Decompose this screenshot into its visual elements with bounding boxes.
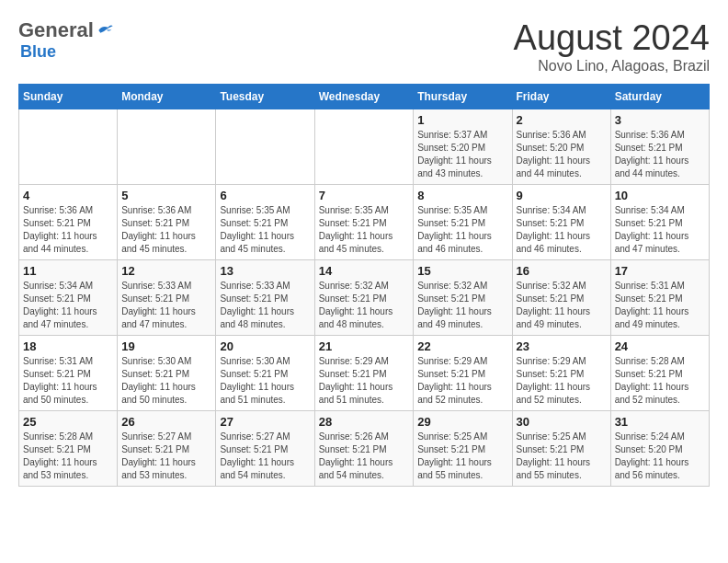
- calendar-cell: 27Sunrise: 5:27 AM Sunset: 5:21 PM Dayli…: [216, 411, 314, 487]
- title-block: August 2024 Novo Lino, Alagoas, Brazil: [514, 18, 710, 75]
- week-row-2: 4Sunrise: 5:36 AM Sunset: 5:21 PM Daylig…: [19, 185, 710, 260]
- calendar-cell: 20Sunrise: 5:30 AM Sunset: 5:21 PM Dayli…: [216, 336, 314, 411]
- day-info: Sunrise: 5:33 AM Sunset: 5:21 PM Dayligh…: [220, 280, 310, 331]
- calendar-cell: 7Sunrise: 5:35 AM Sunset: 5:21 PM Daylig…: [314, 185, 414, 260]
- day-number: 31: [615, 415, 705, 429]
- week-row-3: 11Sunrise: 5:34 AM Sunset: 5:21 PM Dayli…: [19, 260, 710, 336]
- calendar-cell: 18Sunrise: 5:31 AM Sunset: 5:21 PM Dayli…: [19, 336, 118, 411]
- day-info: Sunrise: 5:31 AM Sunset: 5:21 PM Dayligh…: [615, 280, 705, 331]
- day-info: Sunrise: 5:32 AM Sunset: 5:21 PM Dayligh…: [319, 280, 410, 331]
- calendar-cell: 26Sunrise: 5:27 AM Sunset: 5:21 PM Dayli…: [118, 411, 216, 487]
- calendar-cell: [314, 109, 414, 185]
- day-number: 14: [319, 264, 410, 278]
- day-info: Sunrise: 5:29 AM Sunset: 5:21 PM Dayligh…: [319, 355, 410, 407]
- calendar-cell: 21Sunrise: 5:29 AM Sunset: 5:21 PM Dayli…: [314, 336, 414, 411]
- logo-blue-text: Blue: [20, 42, 56, 62]
- day-info: Sunrise: 5:36 AM Sunset: 5:21 PM Dayligh…: [615, 129, 705, 180]
- day-number: 18: [23, 339, 113, 353]
- day-number: 1: [417, 113, 507, 127]
- day-info: Sunrise: 5:37 AM Sunset: 5:20 PM Dayligh…: [417, 129, 507, 180]
- week-row-1: 1Sunrise: 5:37 AM Sunset: 5:20 PM Daylig…: [19, 109, 710, 185]
- calendar-cell: 2Sunrise: 5:36 AM Sunset: 5:20 PM Daylig…: [512, 109, 610, 185]
- calendar-cell: 6Sunrise: 5:35 AM Sunset: 5:21 PM Daylig…: [216, 185, 314, 260]
- day-info: Sunrise: 5:25 AM Sunset: 5:21 PM Dayligh…: [517, 431, 607, 482]
- day-number: 28: [319, 415, 410, 429]
- day-info: Sunrise: 5:27 AM Sunset: 5:21 PM Dayligh…: [220, 431, 310, 482]
- calendar-cell: 9Sunrise: 5:34 AM Sunset: 5:21 PM Daylig…: [512, 185, 610, 260]
- page-header: General Blue August 2024 Novo Lino, Alag…: [18, 18, 710, 75]
- calendar-cell: 8Sunrise: 5:35 AM Sunset: 5:21 PM Daylig…: [414, 185, 512, 260]
- day-info: Sunrise: 5:34 AM Sunset: 5:21 PM Dayligh…: [615, 204, 705, 256]
- calendar-cell: 12Sunrise: 5:33 AM Sunset: 5:21 PM Dayli…: [118, 260, 216, 336]
- day-header-friday: Friday: [512, 85, 610, 109]
- day-header-thursday: Thursday: [414, 85, 512, 109]
- calendar-cell: 15Sunrise: 5:32 AM Sunset: 5:21 PM Dayli…: [414, 260, 512, 336]
- day-info: Sunrise: 5:26 AM Sunset: 5:21 PM Dayligh…: [319, 431, 410, 482]
- logo-general-text: General: [18, 18, 94, 42]
- calendar-cell: 30Sunrise: 5:25 AM Sunset: 5:21 PM Dayli…: [512, 411, 610, 487]
- calendar-cell: 29Sunrise: 5:25 AM Sunset: 5:21 PM Dayli…: [414, 411, 512, 487]
- calendar-cell: 1Sunrise: 5:37 AM Sunset: 5:20 PM Daylig…: [414, 109, 512, 185]
- day-number: 17: [615, 264, 705, 278]
- day-info: Sunrise: 5:36 AM Sunset: 5:21 PM Dayligh…: [23, 204, 113, 256]
- day-info: Sunrise: 5:35 AM Sunset: 5:21 PM Dayligh…: [417, 204, 507, 256]
- day-info: Sunrise: 5:27 AM Sunset: 5:21 PM Dayligh…: [121, 431, 211, 482]
- day-info: Sunrise: 5:34 AM Sunset: 5:21 PM Dayligh…: [517, 204, 607, 256]
- day-info: Sunrise: 5:36 AM Sunset: 5:21 PM Dayligh…: [121, 204, 211, 256]
- calendar-cell: 16Sunrise: 5:32 AM Sunset: 5:21 PM Dayli…: [512, 260, 610, 336]
- day-number: 25: [23, 415, 113, 429]
- day-info: Sunrise: 5:28 AM Sunset: 5:21 PM Dayligh…: [23, 431, 113, 482]
- calendar-cell: 4Sunrise: 5:36 AM Sunset: 5:21 PM Daylig…: [19, 185, 118, 260]
- day-number: 24: [615, 339, 705, 353]
- calendar-subtitle: Novo Lino, Alagoas, Brazil: [514, 58, 710, 75]
- day-number: 27: [220, 415, 310, 429]
- calendar-cell: 28Sunrise: 5:26 AM Sunset: 5:21 PM Dayli…: [314, 411, 414, 487]
- calendar-cell: 14Sunrise: 5:32 AM Sunset: 5:21 PM Dayli…: [314, 260, 414, 336]
- day-info: Sunrise: 5:25 AM Sunset: 5:21 PM Dayligh…: [417, 431, 507, 482]
- calendar-cell: 17Sunrise: 5:31 AM Sunset: 5:21 PM Dayli…: [610, 260, 709, 336]
- day-number: 4: [23, 189, 113, 202]
- day-header-sunday: Sunday: [19, 85, 118, 109]
- day-header-wednesday: Wednesday: [314, 85, 414, 109]
- calendar-cell: 25Sunrise: 5:28 AM Sunset: 5:21 PM Dayli…: [19, 411, 118, 487]
- day-number: 6: [220, 189, 310, 202]
- day-number: 19: [121, 339, 211, 353]
- day-number: 30: [517, 415, 607, 429]
- calendar-cell: 31Sunrise: 5:24 AM Sunset: 5:20 PM Dayli…: [610, 411, 709, 487]
- day-number: 5: [121, 189, 211, 202]
- day-header-tuesday: Tuesday: [216, 85, 314, 109]
- day-info: Sunrise: 5:33 AM Sunset: 5:21 PM Dayligh…: [121, 280, 211, 331]
- calendar-cell: 3Sunrise: 5:36 AM Sunset: 5:21 PM Daylig…: [610, 109, 709, 185]
- calendar-table: SundayMondayTuesdayWednesdayThursdayFrid…: [18, 84, 710, 487]
- day-number: 16: [517, 264, 607, 278]
- day-info: Sunrise: 5:24 AM Sunset: 5:20 PM Dayligh…: [615, 431, 705, 482]
- day-info: Sunrise: 5:31 AM Sunset: 5:21 PM Dayligh…: [23, 355, 113, 407]
- day-number: 11: [23, 264, 113, 278]
- day-info: Sunrise: 5:30 AM Sunset: 5:21 PM Dayligh…: [121, 355, 211, 407]
- week-row-4: 18Sunrise: 5:31 AM Sunset: 5:21 PM Dayli…: [19, 336, 710, 411]
- day-number: 21: [319, 339, 410, 353]
- day-info: Sunrise: 5:29 AM Sunset: 5:21 PM Dayligh…: [517, 355, 607, 407]
- day-info: Sunrise: 5:32 AM Sunset: 5:21 PM Dayligh…: [417, 280, 507, 331]
- day-number: 26: [121, 415, 211, 429]
- logo-bird-icon: [96, 21, 114, 40]
- day-info: Sunrise: 5:35 AM Sunset: 5:21 PM Dayligh…: [319, 204, 410, 256]
- calendar-cell: 23Sunrise: 5:29 AM Sunset: 5:21 PM Dayli…: [512, 336, 610, 411]
- day-header-saturday: Saturday: [610, 85, 709, 109]
- days-header-row: SundayMondayTuesdayWednesdayThursdayFrid…: [19, 85, 710, 109]
- day-number: 22: [417, 339, 507, 353]
- day-info: Sunrise: 5:32 AM Sunset: 5:21 PM Dayligh…: [517, 280, 607, 331]
- calendar-cell: 10Sunrise: 5:34 AM Sunset: 5:21 PM Dayli…: [610, 185, 709, 260]
- day-info: Sunrise: 5:29 AM Sunset: 5:21 PM Dayligh…: [417, 355, 507, 407]
- day-number: 12: [121, 264, 211, 278]
- calendar-cell: [216, 109, 314, 185]
- week-row-5: 25Sunrise: 5:28 AM Sunset: 5:21 PM Dayli…: [19, 411, 710, 487]
- day-number: 7: [319, 189, 410, 202]
- calendar-cell: 13Sunrise: 5:33 AM Sunset: 5:21 PM Dayli…: [216, 260, 314, 336]
- calendar-cell: 11Sunrise: 5:34 AM Sunset: 5:21 PM Dayli…: [19, 260, 118, 336]
- day-info: Sunrise: 5:35 AM Sunset: 5:21 PM Dayligh…: [220, 204, 310, 256]
- day-number: 23: [517, 339, 607, 353]
- calendar-body: 1Sunrise: 5:37 AM Sunset: 5:20 PM Daylig…: [19, 109, 710, 487]
- day-number: 8: [417, 189, 507, 202]
- calendar-cell: 22Sunrise: 5:29 AM Sunset: 5:21 PM Dayli…: [414, 336, 512, 411]
